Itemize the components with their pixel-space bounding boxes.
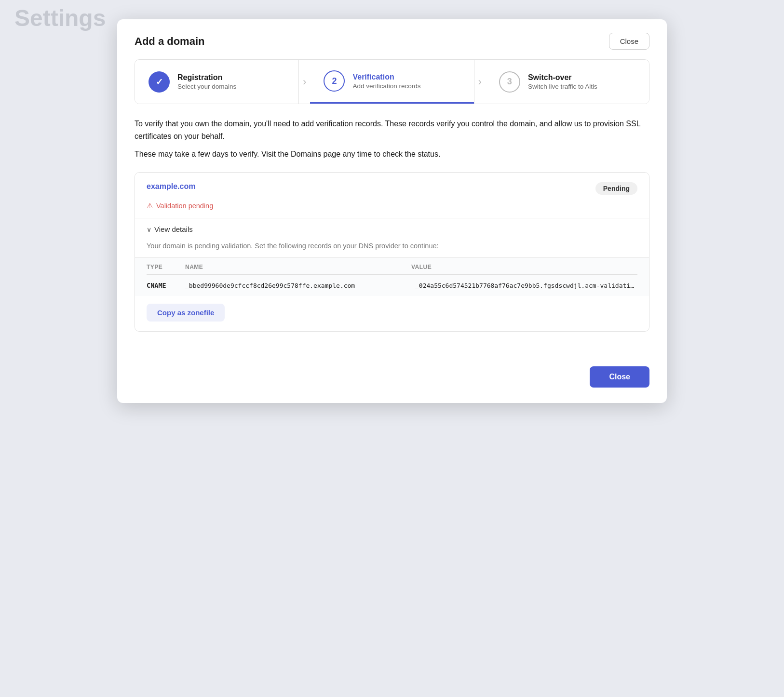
step-circle-switchover: 3 — [499, 71, 520, 93]
description-2: These may take a few days to verify. Vis… — [135, 148, 649, 161]
step-sublabel-switchover: Switch live traffic to Altis — [528, 83, 597, 90]
chevron-icon-1: › — [299, 60, 310, 104]
step-registration: ✓ Registration Select your domains — [135, 60, 298, 104]
modal-header: Add a domain Close — [117, 19, 667, 59]
close-top-button[interactable]: Close — [609, 33, 649, 50]
step-verification: 2 Verification Add verification records — [310, 60, 473, 104]
view-details-chevron-icon: ∨ — [147, 226, 151, 233]
validation-warning-text: Validation pending — [156, 202, 213, 210]
step-switchover: 3 Switch-over Switch live traffic to Alt… — [486, 60, 649, 104]
view-details-toggle[interactable]: ∨ View details — [135, 218, 649, 240]
step-info-registration: Registration Select your domains — [177, 73, 236, 90]
modal-body: To verify that you own the domain, you'l… — [117, 118, 667, 358]
dns-header-type: TYPE — [147, 264, 185, 270]
background-title: Settings — [0, 0, 120, 36]
step-sublabel-registration: Select your domains — [177, 83, 236, 90]
step-info-switchover: Switch-over Switch live traffic to Altis — [528, 73, 597, 90]
dns-row: CNAME _bbed99960de9cfccf8cd26e99c578ffe.… — [147, 275, 637, 296]
step-label-registration: Registration — [177, 73, 236, 82]
dns-cell-type: CNAME — [147, 281, 185, 289]
modal-title: Add a domain — [135, 35, 204, 48]
warning-icon: ⚠ — [147, 201, 153, 210]
dns-cell-value: _024a55c6d574521b7768af76ac7e9bb5.fgsdsc… — [415, 282, 637, 289]
validation-warning: ⚠ Validation pending — [135, 201, 649, 218]
step-info-verification: Verification Add verification records — [352, 73, 420, 90]
step-label-switchover: Switch-over — [528, 73, 597, 82]
domain-pending-text: Your domain is pending validation. Set t… — [135, 240, 649, 257]
step-sublabel-verification: Add verification records — [352, 82, 420, 90]
stepper: ✓ Registration Select your domains › 2 V… — [135, 59, 649, 104]
pending-badge: Pending — [595, 182, 637, 195]
description-1: To verify that you own the domain, you'l… — [135, 118, 649, 143]
dns-header-value: VALUE — [411, 264, 637, 270]
dns-cell-name: _bbed99960de9cfccf8cd26e99c578ffe.exampl… — [185, 282, 415, 289]
copy-zonefile-button[interactable]: Copy as zonefile — [147, 304, 225, 322]
domain-card-header: example.com Pending — [135, 173, 649, 201]
dns-table-container: TYPE NAME VALUE CNAME _bbed99960de9cfccf… — [135, 257, 649, 296]
step-circle-verification: 2 — [324, 70, 345, 92]
dns-header-name: NAME — [185, 264, 411, 270]
chevron-icon-2: › — [474, 60, 486, 104]
domain-name: example.com — [147, 182, 195, 191]
copy-btn-container: Copy as zonefile — [135, 296, 649, 331]
close-bottom-button[interactable]: Close — [590, 366, 649, 388]
domain-card: example.com Pending ⚠ Validation pending… — [135, 172, 649, 332]
view-details-label: View details — [154, 225, 193, 233]
step-label-verification: Verification — [352, 73, 420, 81]
step-circle-registration: ✓ — [149, 71, 170, 93]
modal: Add a domain Close ✓ Registration Select… — [117, 19, 667, 403]
dns-table-header: TYPE NAME VALUE — [147, 258, 637, 274]
modal-footer: Close — [117, 358, 667, 403]
